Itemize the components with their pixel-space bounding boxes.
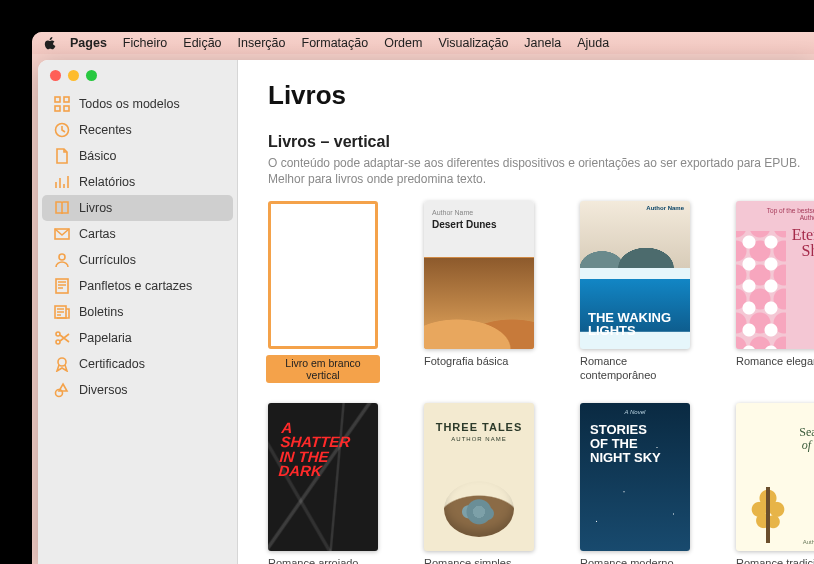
poster-icon xyxy=(54,278,70,294)
menu-ordem[interactable]: Ordem xyxy=(376,36,430,50)
sidebar-item-label: Relatórios xyxy=(79,175,135,189)
svg-rect-2 xyxy=(55,106,60,111)
svg-point-11 xyxy=(58,358,66,366)
svg-point-6 xyxy=(59,254,65,260)
sidebar-item-boletins[interactable]: Boletins xyxy=(42,299,233,325)
svg-rect-0 xyxy=(55,97,60,102)
svg-rect-1 xyxy=(64,97,69,102)
grid-icon xyxy=(54,96,70,112)
doc-icon xyxy=(54,148,70,164)
menu-visualizacao[interactable]: Visualização xyxy=(430,36,516,50)
menu-janela[interactable]: Janela xyxy=(516,36,569,50)
sidebar-item-todos-os-modelos[interactable]: Todos os modelos xyxy=(42,91,233,117)
template-cover: TheSeasonsof ParisAuthor Name xyxy=(736,403,814,551)
sidebar-item-label: Diversos xyxy=(79,383,128,397)
template-romance-arrojado[interactable]: ASHATTERIN THEDARK Romance arrojado xyxy=(268,403,378,564)
template-caption: Romance moderno xyxy=(580,557,690,564)
book-icon xyxy=(54,200,70,216)
svg-point-9 xyxy=(56,332,60,336)
sidebar-item-label: Papelaria xyxy=(79,331,132,345)
template-cover: A NovelSTORIESOF THENIGHT SKY xyxy=(580,403,690,551)
template-chooser-window: Todos os modelos Recentes Básico Relatór… xyxy=(38,60,814,564)
sidebar-item-label: Cartas xyxy=(79,227,116,241)
template-livro-em-branco-vertical[interactable]: Livro em branco vertical xyxy=(268,201,378,383)
news-icon xyxy=(54,304,70,320)
template-romance-contemporâneo[interactable]: Author NameTHE WAKING LIGHTS Romance con… xyxy=(580,201,690,383)
sidebar-item-papelaria[interactable]: Papelaria xyxy=(42,325,233,351)
template-caption: Romance arrojado xyxy=(268,557,378,564)
template-cover: Author NameDesert Dunes xyxy=(424,201,534,349)
sidebar-item-label: Básico xyxy=(79,149,117,163)
sidebar-item-label: Certificados xyxy=(79,357,145,371)
sidebar-item-livros[interactable]: Livros xyxy=(42,195,233,221)
template-romance-simples[interactable]: THREE TALESAUTHOR NAME Romance simples xyxy=(424,403,534,564)
template-romance-moderno[interactable]: A NovelSTORIESOF THENIGHT SKY Romance mo… xyxy=(580,403,690,564)
template-romance-elegante[interactable]: Top of the bestsellers listAuthor NameEt… xyxy=(736,201,814,383)
chart-icon xyxy=(54,174,70,190)
sidebar-item-recentes[interactable]: Recentes xyxy=(42,117,233,143)
sidebar-item-label: Livros xyxy=(79,201,112,215)
zoom-button[interactable] xyxy=(86,70,97,81)
template-caption: Romance tradicional xyxy=(736,557,814,564)
template-cover: Author NameTHE WAKING LIGHTS xyxy=(580,201,690,349)
sidebar-item-panfletos-e-cartazes[interactable]: Panfletos e cartazes xyxy=(42,273,233,299)
sidebar-item-básico[interactable]: Básico xyxy=(42,143,233,169)
svg-rect-7 xyxy=(56,279,68,293)
clock-icon xyxy=(54,122,70,138)
close-button[interactable] xyxy=(50,70,61,81)
template-cover xyxy=(268,201,378,349)
minimize-button[interactable] xyxy=(68,70,79,81)
person-icon xyxy=(54,252,70,268)
template-cover: Top of the bestsellers listAuthor NameEt… xyxy=(736,201,814,349)
template-caption: Romance elegante xyxy=(736,355,814,369)
template-fotografia-básica[interactable]: Author NameDesert Dunes Fotografia básic… xyxy=(424,201,534,383)
template-cover: ASHATTERIN THEDARK xyxy=(268,403,378,551)
section-description: O conteúdo pode adaptar-se aos diferente… xyxy=(268,155,814,187)
sidebar-item-label: Panfletos e cartazes xyxy=(79,279,192,293)
template-caption: Livro em branco vertical xyxy=(266,355,380,383)
shapes-icon xyxy=(54,382,70,398)
template-caption: Romance simples xyxy=(424,557,534,564)
svg-rect-3 xyxy=(64,106,69,111)
sidebar-item-label: Currículos xyxy=(79,253,136,267)
template-caption: Romance contemporâneo xyxy=(580,355,690,383)
scissors-icon xyxy=(54,330,70,346)
page-title: Livros xyxy=(268,80,814,111)
section-title: Livros – vertical xyxy=(268,133,814,151)
menu-app-name[interactable]: Pages xyxy=(62,36,115,50)
menu-insercao[interactable]: Inserção xyxy=(230,36,294,50)
menu-ajuda[interactable]: Ajuda xyxy=(569,36,617,50)
sidebar-item-label: Boletins xyxy=(79,305,123,319)
menu-ficheiro[interactable]: Ficheiro xyxy=(115,36,175,50)
ribbon-icon xyxy=(54,356,70,372)
apple-menu-icon[interactable] xyxy=(42,37,58,50)
sidebar-item-label: Recentes xyxy=(79,123,132,137)
sidebar-item-diversos[interactable]: Diversos xyxy=(42,377,233,403)
menubar: Pages Ficheiro Edição Inserção Formataçã… xyxy=(32,32,814,54)
sidebar-item-certificados[interactable]: Certificados xyxy=(42,351,233,377)
sidebar-item-relatórios[interactable]: Relatórios xyxy=(42,169,233,195)
window-controls xyxy=(38,60,237,89)
envelope-icon xyxy=(54,226,70,242)
content: Livros Livros – vertical O conteúdo pode… xyxy=(238,60,814,564)
menu-edicao[interactable]: Edição xyxy=(175,36,229,50)
template-romance-tradicional[interactable]: TheSeasonsof ParisAuthor Name Romance tr… xyxy=(736,403,814,564)
svg-point-10 xyxy=(56,340,60,344)
menu-formatacao[interactable]: Formatação xyxy=(294,36,377,50)
sidebar-item-currículos[interactable]: Currículos xyxy=(42,247,233,273)
sidebar: Todos os modelos Recentes Básico Relatór… xyxy=(38,60,238,564)
template-cover: THREE TALESAUTHOR NAME xyxy=(424,403,534,551)
sidebar-item-label: Todos os modelos xyxy=(79,97,180,111)
template-caption: Fotografia básica xyxy=(424,355,534,369)
sidebar-item-cartas[interactable]: Cartas xyxy=(42,221,233,247)
